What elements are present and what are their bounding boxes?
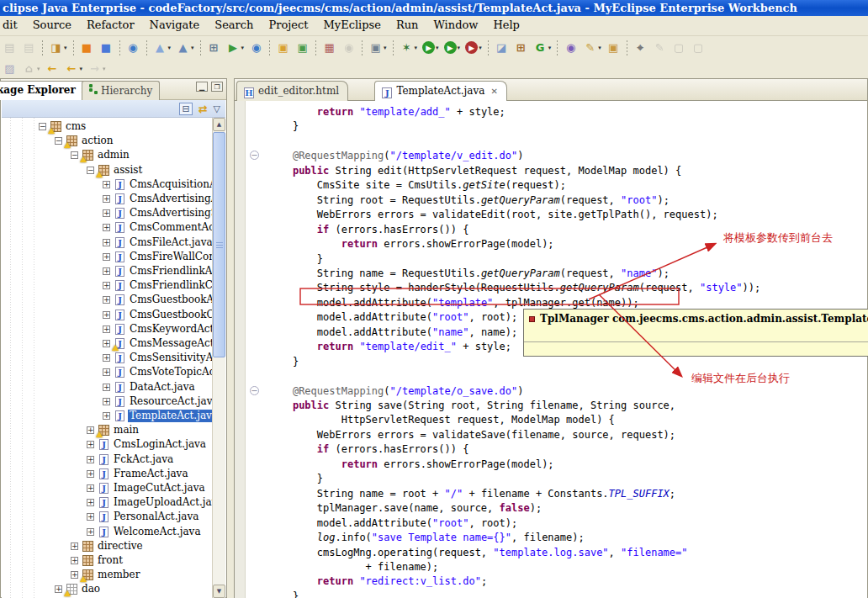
expand-icon[interactable]: + bbox=[87, 528, 94, 536]
tree-item-dao[interactable]: +dao bbox=[2, 582, 214, 596]
tree-item-cmscommentact-java[interactable]: +JCmsCommentAct.java bbox=[2, 220, 214, 235]
expand-icon[interactable]: + bbox=[87, 456, 94, 463]
tree-item-cmsguestbookact-java[interactable]: +JCmsGuestbookAct.java bbox=[2, 293, 214, 307]
plugin-icon[interactable]: ⊞ bbox=[512, 39, 530, 57]
tree-item-dataact-java[interactable]: +JDataAct.java bbox=[2, 380, 214, 394]
tree-item-admin[interactable]: −admin bbox=[2, 148, 214, 162]
run-history-icon[interactable]: ▶▾ bbox=[442, 39, 463, 57]
tab-hierarchy[interactable]: Hierarchy bbox=[82, 81, 160, 100]
collapse-all-icon[interactable]: ⊟ bbox=[179, 103, 192, 115]
expand-icon[interactable]: + bbox=[103, 384, 110, 391]
tree-item-cmsvotetopicact-java[interactable]: +JCmsVoteTopicAct.java bbox=[2, 365, 214, 379]
open-perspective-icon[interactable]: ◉ bbox=[562, 39, 580, 57]
view-menu-icon[interactable]: ▽ bbox=[214, 103, 220, 114]
tree-item-cmsmessageact-java[interactable]: +JCmsMessageAct.java bbox=[2, 336, 214, 351]
tree-item-cms[interactable]: −cms bbox=[2, 119, 214, 134]
expand-icon[interactable]: + bbox=[87, 499, 94, 506]
tree-item-member[interactable]: +member bbox=[2, 568, 214, 582]
fold-collapse-icon[interactable]: − bbox=[250, 151, 259, 160]
new-servlet-wizard-icon[interactable]: ▲▾ bbox=[174, 39, 196, 57]
tree-item-assist[interactable]: −assist bbox=[2, 163, 214, 177]
menu-window[interactable]: Window bbox=[426, 16, 485, 36]
maximize-view-icon[interactable]: ❒ bbox=[211, 82, 223, 92]
expand-icon[interactable]: + bbox=[71, 571, 78, 579]
expand-icon[interactable]: + bbox=[87, 513, 94, 521]
nav-doc-icon[interactable]: ▨ bbox=[1, 60, 19, 78]
tree-item-cmsfileact-java[interactable]: +JCmsFileAct.java bbox=[2, 235, 214, 250]
expand-icon[interactable]: + bbox=[103, 340, 110, 347]
tree-item-cmsfriendlinkctgact-java[interactable]: +JCmsFriendlinkCtgAct.java bbox=[2, 278, 214, 293]
menu-project[interactable]: Project bbox=[261, 16, 315, 36]
new-class-wizard-icon[interactable]: ▲▾ bbox=[151, 39, 173, 57]
expand-icon[interactable]: + bbox=[103, 267, 110, 275]
tree-item-frameact-java[interactable]: +JFrameAct.java bbox=[2, 467, 214, 481]
tree-item-personalact-java[interactable]: +JPersonalAct.java bbox=[2, 510, 214, 524]
expand-icon[interactable]: + bbox=[103, 209, 110, 217]
minimize-view-icon[interactable]: ▁ bbox=[196, 82, 208, 92]
report-icon[interactable]: ▦ bbox=[320, 39, 338, 57]
pin-search-icon[interactable]: ⌖ bbox=[632, 39, 649, 57]
new-web-project-icon[interactable]: ■ bbox=[98, 39, 115, 57]
tree-item-cmsloginact-java[interactable]: +JCmsLoginAct.java bbox=[2, 437, 214, 452]
screen-capture-icon[interactable]: ▣▾ bbox=[367, 39, 389, 57]
tree-item-cmskeywordact-java[interactable]: +JCmsKeywordAct.java bbox=[2, 322, 214, 336]
tree-item-cmsadvertisingspaceact-java[interactable]: +JCmsAdvertisingSpaceAct.java bbox=[2, 206, 214, 220]
expand-icon[interactable]: + bbox=[103, 282, 110, 289]
expand-icon[interactable]: + bbox=[103, 398, 110, 405]
explorer-scrollbar[interactable]: ▲ ▼ bbox=[212, 118, 225, 598]
expand-icon[interactable]: + bbox=[103, 354, 110, 362]
import-folder-icon[interactable]: ▣ bbox=[274, 39, 292, 57]
expand-icon[interactable]: + bbox=[103, 368, 110, 376]
tree-item-imageuploadact-java[interactable]: +JImageUploadAct.java bbox=[2, 495, 214, 510]
open-file-icon[interactable]: ▣ bbox=[605, 39, 622, 57]
new-jsp-icon[interactable]: ◪ bbox=[493, 39, 511, 57]
expand-icon[interactable]: + bbox=[87, 470, 94, 478]
expand-icon[interactable]: + bbox=[103, 239, 110, 246]
expand-icon[interactable]: + bbox=[103, 311, 110, 319]
menu-search[interactable]: Search bbox=[207, 16, 261, 36]
tree-item-action[interactable]: −action bbox=[2, 134, 214, 148]
tree-item-imagecutact-java[interactable]: +JImageCutAct.java bbox=[2, 481, 214, 495]
link-with-editor-icon[interactable]: ⇄ bbox=[198, 103, 208, 115]
fold-collapse-icon[interactable]: − bbox=[250, 386, 259, 395]
expand-icon[interactable]: + bbox=[103, 412, 110, 420]
menu-myeclipse[interactable]: MyEclipse bbox=[315, 16, 388, 36]
profile-icon[interactable]: ▶▾ bbox=[463, 39, 484, 57]
scroll-down-icon[interactable]: ▼ bbox=[213, 585, 225, 598]
expand-icon[interactable]: + bbox=[71, 542, 78, 550]
tree-item-fckact-java[interactable]: +JFckAct.java bbox=[2, 452, 214, 467]
tree-item-cmsadvertisingact-java[interactable]: +JCmsAdvertisingAct.java bbox=[2, 192, 214, 206]
expand-icon[interactable]: + bbox=[103, 253, 110, 261]
export-folder-icon[interactable]: ▣ bbox=[294, 39, 311, 57]
expand-icon[interactable]: + bbox=[87, 426, 94, 434]
collapse-icon[interactable]: − bbox=[55, 137, 62, 145]
back-icon[interactable]: ←▾ bbox=[63, 60, 85, 78]
debug-icon[interactable]: ✶▾ bbox=[398, 39, 420, 57]
tree-item-cmsfriendlinkact-java[interactable]: +JCmsFriendlinkAct.java bbox=[2, 264, 214, 278]
deploy-server-icon[interactable]: ⊞ bbox=[205, 39, 223, 57]
editor-tab-edit_editor-html[interactable]: Hedit_editor.html bbox=[236, 81, 348, 101]
expand-icon[interactable]: + bbox=[87, 441, 94, 448]
tree-item-welcomeact-java[interactable]: +JWelcomeAct.java bbox=[2, 525, 214, 539]
web-browser-icon[interactable]: ◉ bbox=[247, 39, 265, 57]
close-icon[interactable]: ✕ bbox=[490, 87, 497, 96]
tree-item-front[interactable]: +front bbox=[2, 553, 214, 568]
tree-item-main[interactable]: +main bbox=[2, 423, 214, 437]
expand-icon[interactable]: + bbox=[87, 484, 94, 492]
menu-run[interactable]: Run bbox=[389, 16, 426, 36]
tree-item-cmssensitivityact-java[interactable]: +JCmsSensitivityAct.java bbox=[2, 351, 214, 365]
scroll-up-icon[interactable]: ▲ bbox=[213, 118, 225, 131]
tree-item-cmsfirewallconfigact-java[interactable]: +JCmsFireWallConfigAct.java bbox=[2, 250, 214, 264]
tree-item-cmsguestbookctgact-java[interactable]: +JCmsGuestbookCtgAct.java bbox=[2, 308, 214, 322]
new-wizard-icon[interactable]: ◨▾ bbox=[47, 39, 69, 57]
menu-dit[interactable]: dit bbox=[0, 16, 25, 36]
highlight-icon[interactable]: ✎▾ bbox=[581, 39, 603, 57]
expand-icon[interactable]: + bbox=[103, 325, 110, 333]
menu-help[interactable]: Help bbox=[485, 16, 527, 36]
menu-source[interactable]: Source bbox=[25, 16, 79, 36]
menu-refactor[interactable]: Refactor bbox=[79, 16, 142, 36]
tree-item-templateact-java[interactable]: +JTemplateAct.java bbox=[2, 409, 214, 423]
expand-icon[interactable]: + bbox=[55, 585, 62, 593]
collapse-icon[interactable]: − bbox=[87, 167, 94, 174]
tree-item-cmsacquisitionact-java[interactable]: +JCmsAcquisitionAct.java bbox=[2, 177, 214, 192]
